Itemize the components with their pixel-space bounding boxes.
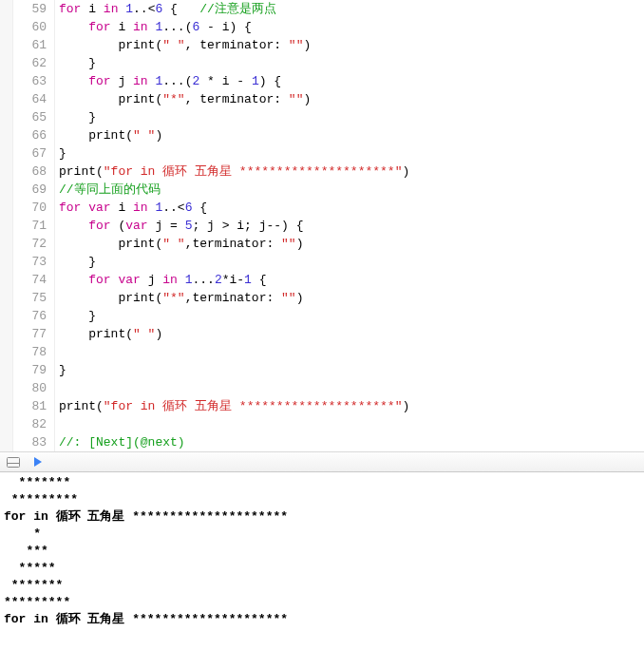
line-number: 64 bbox=[13, 90, 47, 108]
line-number: 73 bbox=[13, 253, 47, 271]
line-number: 80 bbox=[13, 379, 47, 397]
code-area[interactable]: for i in 1..<6 { //注意是两点 for i in 1...(6… bbox=[55, 0, 644, 451]
code-line[interactable]: print("for in 循环 五角星 *******************… bbox=[59, 397, 644, 415]
line-number-gutter: 5960616263646566676869707172737475767778… bbox=[13, 0, 55, 451]
line-number: 65 bbox=[13, 108, 47, 126]
code-line[interactable]: } bbox=[59, 307, 644, 325]
line-number: 72 bbox=[13, 235, 47, 253]
line-number: 79 bbox=[13, 361, 47, 379]
code-line[interactable]: print(" ") bbox=[59, 325, 644, 343]
code-line[interactable]: print(" ") bbox=[59, 126, 644, 144]
code-line[interactable]: for i in 1...(6 - i) { bbox=[59, 18, 644, 36]
console-line: *** bbox=[4, 543, 640, 560]
console-line: ******* bbox=[4, 474, 640, 491]
svg-rect-0 bbox=[8, 457, 20, 467]
line-number: 67 bbox=[13, 144, 47, 163]
line-number: 61 bbox=[13, 36, 47, 54]
line-number: 66 bbox=[13, 126, 47, 144]
code-line[interactable]: print(" ", terminator: "") bbox=[59, 36, 644, 54]
code-line[interactable]: for var i in 1..<6 { bbox=[59, 199, 644, 217]
line-number: 68 bbox=[13, 163, 47, 181]
code-line[interactable]: print("*", terminator: "") bbox=[59, 90, 644, 108]
line-number: 82 bbox=[13, 415, 47, 433]
line-number: 77 bbox=[13, 325, 47, 343]
code-line[interactable]: for i in 1..<6 { //注意是两点 bbox=[59, 0, 644, 18]
line-number: 75 bbox=[13, 289, 47, 307]
code-line[interactable] bbox=[59, 343, 644, 361]
debug-toolbar bbox=[0, 451, 644, 472]
code-line[interactable]: } bbox=[59, 144, 644, 163]
play-icon bbox=[33, 457, 43, 467]
run-button[interactable] bbox=[28, 454, 47, 469]
code-line[interactable]: for (var j = 5; j > i; j--) { bbox=[59, 217, 644, 235]
code-line[interactable]: } bbox=[59, 253, 644, 271]
line-number: 81 bbox=[13, 397, 47, 415]
console-line: ***** bbox=[4, 560, 640, 577]
code-line[interactable]: print("for in 循环 五角星 *******************… bbox=[59, 163, 644, 181]
line-number: 78 bbox=[13, 343, 47, 361]
code-line[interactable]: print(" ",terminator: "") bbox=[59, 235, 644, 253]
panel-icon bbox=[7, 457, 20, 468]
line-number: 60 bbox=[13, 18, 47, 36]
line-number: 69 bbox=[13, 181, 47, 199]
code-line[interactable] bbox=[59, 379, 644, 397]
line-number: 76 bbox=[13, 307, 47, 325]
line-number: 59 bbox=[13, 0, 47, 18]
line-number: 71 bbox=[13, 217, 47, 235]
code-line[interactable]: for j in 1...(2 * i - 1) { bbox=[59, 72, 644, 90]
line-number: 62 bbox=[13, 54, 47, 72]
code-line[interactable] bbox=[59, 415, 644, 433]
console-line: ********* bbox=[4, 491, 640, 508]
left-margin bbox=[0, 0, 13, 451]
line-number: 63 bbox=[13, 72, 47, 90]
console-line: for in 循环 五角星 ********************* bbox=[4, 508, 640, 526]
console-line: for in 循环 五角星 ********************* bbox=[4, 611, 640, 628]
console-line: * bbox=[4, 526, 640, 543]
code-line[interactable]: } bbox=[59, 361, 644, 379]
console-line: ******* bbox=[4, 577, 640, 594]
svg-marker-2 bbox=[34, 457, 42, 467]
line-number: 70 bbox=[13, 199, 47, 217]
console-output[interactable]: ******* *********for in 循环 五角星 *********… bbox=[0, 472, 644, 634]
code-line[interactable]: for var j in 1...2*i-1 { bbox=[59, 271, 644, 289]
line-number: 74 bbox=[13, 271, 47, 289]
code-line[interactable]: } bbox=[59, 54, 644, 72]
panel-toggle-button[interactable] bbox=[4, 454, 23, 469]
code-line[interactable]: } bbox=[59, 108, 644, 126]
code-line[interactable]: print("*",terminator: "") bbox=[59, 289, 644, 307]
code-editor[interactable]: 5960616263646566676869707172737475767778… bbox=[0, 0, 644, 451]
console-line: ********* bbox=[4, 594, 640, 611]
line-number: 83 bbox=[13, 433, 47, 451]
code-line[interactable]: //: [Next](@next) bbox=[59, 433, 644, 451]
code-line[interactable]: //等同上面的代码 bbox=[59, 181, 644, 199]
